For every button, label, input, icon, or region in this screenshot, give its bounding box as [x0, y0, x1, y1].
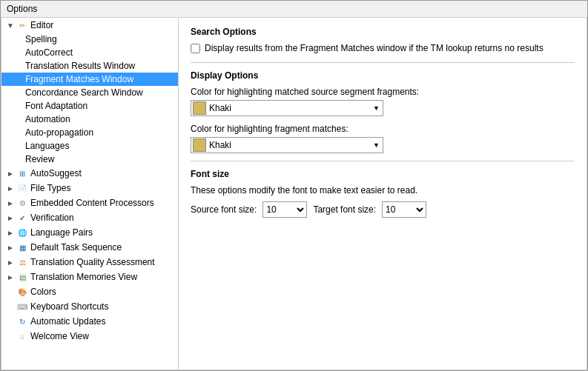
sidebar-label-tqa: Translation Quality Assessment: [30, 257, 155, 267]
color2-swatch: [193, 138, 206, 152]
home-icon: ⌂: [16, 330, 28, 342]
sidebar-item-embedded[interactable]: ► ⚙ Embedded Content Processors: [1, 195, 178, 210]
expand-icon-tqa: ►: [4, 258, 16, 267]
embedded-icon: ⚙: [16, 197, 28, 209]
sidebar-label-automation: Automation: [25, 114, 70, 124]
sidebar-item-automation[interactable]: Automation: [1, 113, 178, 126]
sidebar-label-file-types: File Types: [30, 183, 70, 193]
sidebar-item-tm-view[interactable]: ► ▤ Translation Memories View: [1, 270, 178, 284]
main-panel: Search Options Display results from the …: [179, 17, 587, 370]
sidebar-label-tm-view: Translation Memories View: [30, 272, 137, 282]
sidebar-label-editor: Editor: [30, 20, 53, 30]
sidebar-item-translation-results[interactable]: Translation Results Window: [1, 59, 178, 73]
font-size-row: Source font size: 8 9 10 11 12 14 16 Tar…: [191, 201, 575, 218]
sidebar-label-languages: Languages: [25, 141, 69, 151]
color2-dropdown-wrapper: Khaki Yellow Light Blue Light Green Pink…: [191, 137, 383, 153]
title-bar: Options: [1, 1, 587, 17]
sidebar-item-autosuggest[interactable]: ► ⊞ AutoSuggest: [1, 166, 178, 181]
update-icon: ↻: [16, 315, 28, 327]
search-options-title: Search Options: [191, 27, 575, 37]
sidebar-item-file-types[interactable]: ► 📄 File Types: [1, 181, 178, 195]
divider-1: [191, 62, 575, 63]
display-options-title: Display Options: [191, 70, 575, 81]
sidebar-item-colors[interactable]: 🎨 Colors: [1, 284, 178, 299]
pencil-icon: ✏: [16, 19, 28, 31]
checkbox-row: Display results from the Fragment Matche…: [191, 43, 575, 53]
color2-select[interactable]: Khaki Yellow Light Blue Light Green Pink…: [206, 140, 383, 150]
sidebar-label-translation-results: Translation Results Window: [25, 61, 135, 71]
color2-label: Color for highlighting fragment matches:: [191, 124, 575, 134]
sidebar-label-autosuggest: AutoSuggest: [30, 168, 82, 178]
sidebar-label-welcome: Welcome View: [30, 331, 89, 341]
lang-icon: 🌐: [16, 227, 28, 238]
sidebar-item-review[interactable]: Review: [1, 153, 178, 166]
expand-icon-autosuggest: ►: [4, 170, 16, 178]
sidebar-item-welcome[interactable]: ⌂ Welcome View: [1, 329, 178, 344]
sidebar-item-font-adaptation[interactable]: Font Adaptation: [1, 99, 178, 113]
sidebar-label-embedded: Embedded Content Processors: [30, 198, 154, 208]
sidebar-item-tqa[interactable]: ► ⚖ Translation Quality Assessment: [1, 255, 178, 270]
sidebar-item-spelling[interactable]: Spelling: [1, 33, 178, 46]
sidebar-item-verification[interactable]: ► ✔ Verification: [1, 210, 178, 225]
sidebar-item-auto-propagation[interactable]: Auto-propagation: [1, 126, 178, 139]
expand-icon-verification: ►: [4, 214, 16, 222]
sidebar-label-default-task: Default Task Sequence: [30, 242, 122, 253]
divider-2: [191, 161, 575, 161]
sidebar-label-review: Review: [25, 154, 54, 164]
source-font-select[interactable]: 8 9 10 11 12 14 16: [262, 201, 307, 218]
options-window: Options ▼ ✏ Editor Spelling AutoCorrect …: [0, 0, 588, 371]
keyboard-icon: ⌨: [16, 301, 28, 312]
window-title: Options: [7, 4, 37, 14]
sidebar-item-updates[interactable]: ↻ Automatic Updates: [1, 314, 178, 329]
expand-icon-default-task: ►: [4, 244, 16, 252]
sidebar-label-keyboard: Keyboard Shortcuts: [30, 301, 108, 312]
task-icon: ▦: [16, 241, 28, 253]
fragment-matches-checkbox[interactable]: [191, 44, 200, 53]
color1-dropdown-wrapper: Khaki Yellow Light Blue Light Green Pink…: [191, 100, 383, 116]
expand-icon-editor: ▼: [4, 21, 16, 30]
colors-icon: 🎨: [16, 286, 28, 298]
tqa-icon: ⚖: [16, 256, 28, 268]
sidebar-item-default-task[interactable]: ► ▦ Default Task Sequence: [1, 240, 178, 255]
sidebar-item-keyboard[interactable]: ⌨ Keyboard Shortcuts: [1, 299, 178, 314]
sidebar-label-concordance: Concordance Search Window: [25, 87, 143, 98]
sidebar-item-concordance[interactable]: Concordance Search Window: [1, 86, 178, 99]
expand-icon-file-types: ►: [4, 184, 16, 193]
grid-icon: ⊞: [16, 167, 28, 179]
font-size-title: Font size: [191, 169, 575, 179]
font-size-section: Font size These options modify the font …: [191, 169, 575, 218]
sidebar-label-fragment-matches: Fragment Matches Window: [25, 74, 133, 84]
font-size-desc: These options modify the font to make te…: [191, 185, 575, 195]
sidebar-label-spelling: Spelling: [25, 34, 57, 44]
sidebar: ▼ ✏ Editor Spelling AutoCorrect Translat…: [1, 17, 179, 370]
sidebar-label-font-adaptation: Font Adaptation: [25, 101, 87, 111]
color2-field: Color for highlighting fragment matches:…: [191, 124, 575, 153]
sidebar-label-colors: Colors: [30, 287, 56, 297]
sidebar-label-verification: Verification: [30, 213, 74, 223]
sidebar-item-autocorrect[interactable]: AutoCorrect: [1, 46, 178, 59]
expand-icon-language-pairs: ►: [4, 229, 16, 237]
color1-field: Color for highlighting matched source se…: [191, 87, 575, 116]
check-icon: ✔: [16, 212, 28, 224]
tm-icon: ▤: [16, 271, 28, 283]
sidebar-label-autocorrect: AutoCorrect: [25, 47, 73, 58]
color1-select[interactable]: Khaki Yellow Light Blue Light Green Pink…: [206, 103, 383, 113]
sidebar-label-updates: Automatic Updates: [30, 316, 105, 327]
file-icon: 📄: [16, 182, 28, 194]
target-font-label: Target font size:: [313, 204, 376, 215]
content-area: ▼ ✏ Editor Spelling AutoCorrect Translat…: [1, 17, 587, 370]
sidebar-item-language-pairs[interactable]: ► 🌐 Language Pairs: [1, 225, 178, 240]
checkbox-label: Display results from the Fragment Matche…: [205, 43, 544, 53]
expand-icon-embedded: ►: [4, 199, 16, 207]
sidebar-item-fragment-matches[interactable]: Fragment Matches Window: [1, 73, 178, 86]
source-font-label: Source font size:: [191, 204, 257, 215]
color1-label: Color for highlighting matched source se…: [191, 87, 575, 97]
sidebar-item-languages[interactable]: Languages: [1, 139, 178, 153]
sidebar-label-language-pairs: Language Pairs: [30, 227, 93, 238]
expand-icon-tm-view: ►: [4, 273, 16, 281]
target-font-select[interactable]: 8 9 10 11 12 14 16: [382, 201, 426, 218]
color1-swatch: [193, 101, 206, 115]
sidebar-item-editor[interactable]: ▼ ✏ Editor: [1, 18, 178, 33]
sidebar-label-auto-propagation: Auto-propagation: [25, 127, 93, 138]
